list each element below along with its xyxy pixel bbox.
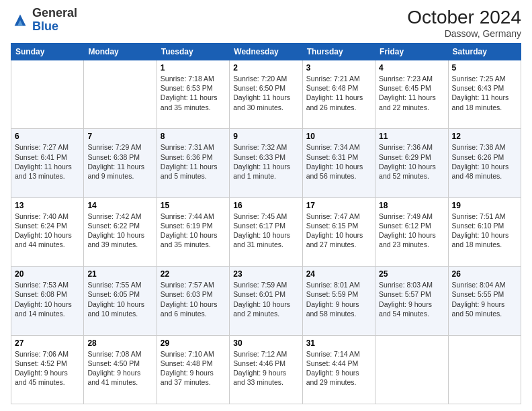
logo-icon	[11, 11, 30, 30]
day-number: 25	[379, 269, 444, 279]
day-number: 24	[306, 269, 371, 279]
day-number: 26	[452, 269, 517, 279]
day-info: Sunrise: 7:25 AMSunset: 6:43 PMDaylight:…	[452, 74, 517, 112]
calendar-cell: 6Sunrise: 7:27 AMSunset: 6:41 PMDaylight…	[11, 129, 84, 197]
day-header-wednesday: Wednesday	[230, 44, 302, 60]
day-info: Sunrise: 7:23 AMSunset: 6:45 PMDaylight:…	[379, 74, 444, 112]
day-number: 31	[306, 338, 371, 348]
calendar-cell	[11, 60, 84, 129]
calendar-cell: 30Sunrise: 7:12 AMSunset: 4:46 PMDayligh…	[230, 335, 302, 404]
day-info: Sunrise: 7:14 AMSunset: 4:44 PMDaylight:…	[306, 349, 371, 387]
day-info: Sunrise: 7:21 AMSunset: 6:48 PMDaylight:…	[306, 74, 371, 112]
logo-blue: Blue	[32, 19, 58, 33]
day-info: Sunrise: 7:20 AMSunset: 6:50 PMDaylight:…	[233, 74, 298, 112]
day-number: 16	[233, 201, 298, 210]
calendar: SundayMondayTuesdayWednesdayThursdayFrid…	[11, 43, 521, 404]
calendar-week-5: 27Sunrise: 7:06 AMSunset: 4:52 PMDayligh…	[11, 335, 521, 404]
day-number: 18	[379, 201, 444, 210]
day-number: 27	[15, 338, 80, 348]
calendar-cell: 24Sunrise: 8:01 AMSunset: 5:59 PMDayligh…	[302, 267, 375, 335]
day-info: Sunrise: 7:45 AMSunset: 6:17 PMDaylight:…	[233, 212, 298, 250]
calendar-cell: 20Sunrise: 7:53 AMSunset: 6:08 PMDayligh…	[11, 267, 84, 335]
day-header-tuesday: Tuesday	[157, 44, 229, 60]
calendar-week-3: 13Sunrise: 7:40 AMSunset: 6:24 PMDayligh…	[11, 197, 521, 266]
calendar-cell: 26Sunrise: 8:04 AMSunset: 5:55 PMDayligh…	[448, 267, 521, 335]
day-number: 13	[15, 201, 80, 210]
day-number: 14	[87, 201, 152, 210]
day-info: Sunrise: 7:55 AMSunset: 6:05 PMDaylight:…	[87, 280, 152, 318]
day-info: Sunrise: 7:08 AMSunset: 4:50 PMDaylight:…	[87, 349, 152, 387]
day-number: 19	[452, 201, 517, 210]
calendar-cell: 21Sunrise: 7:55 AMSunset: 6:05 PMDayligh…	[84, 267, 157, 335]
day-info: Sunrise: 7:59 AMSunset: 6:01 PMDaylight:…	[233, 280, 298, 318]
logo-general: General	[32, 6, 77, 19]
title-block: October 2024 Dassow, Germany	[407, 7, 521, 39]
calendar-week-4: 20Sunrise: 7:53 AMSunset: 6:08 PMDayligh…	[11, 267, 521, 335]
calendar-cell: 31Sunrise: 7:14 AMSunset: 4:44 PMDayligh…	[302, 335, 375, 404]
day-info: Sunrise: 7:31 AMSunset: 6:36 PMDaylight:…	[161, 142, 226, 181]
day-info: Sunrise: 7:18 AMSunset: 6:53 PMDaylight:…	[161, 74, 226, 112]
day-info: Sunrise: 8:03 AMSunset: 5:57 PMDaylight:…	[379, 280, 444, 318]
header: General Blue October 2024 Dassow, German…	[11, 7, 521, 39]
page: General Blue October 2024 Dassow, German…	[0, 0, 532, 411]
day-number: 7	[87, 132, 152, 141]
day-number: 3	[306, 63, 371, 73]
calendar-cell: 29Sunrise: 7:10 AMSunset: 4:48 PMDayligh…	[157, 335, 229, 404]
day-info: Sunrise: 7:57 AMSunset: 6:03 PMDaylight:…	[161, 280, 226, 318]
calendar-cell: 22Sunrise: 7:57 AMSunset: 6:03 PMDayligh…	[157, 267, 229, 335]
logo: General Blue	[11, 7, 77, 34]
calendar-cell: 16Sunrise: 7:45 AMSunset: 6:17 PMDayligh…	[230, 197, 302, 266]
day-number: 20	[15, 269, 80, 279]
day-info: Sunrise: 7:49 AMSunset: 6:12 PMDaylight:…	[379, 212, 444, 250]
day-number: 21	[87, 269, 152, 279]
day-info: Sunrise: 7:42 AMSunset: 6:22 PMDaylight:…	[87, 212, 152, 250]
logo-text: General Blue	[32, 7, 77, 34]
calendar-cell: 14Sunrise: 7:42 AMSunset: 6:22 PMDayligh…	[84, 197, 157, 266]
day-number: 9	[233, 132, 298, 141]
day-number: 15	[161, 201, 226, 210]
day-info: Sunrise: 7:51 AMSunset: 6:10 PMDaylight:…	[452, 212, 517, 250]
day-number: 1	[161, 63, 226, 73]
calendar-week-1: 1Sunrise: 7:18 AMSunset: 6:53 PMDaylight…	[11, 60, 521, 129]
calendar-cell: 8Sunrise: 7:31 AMSunset: 6:36 PMDaylight…	[157, 129, 229, 197]
day-number: 17	[306, 201, 371, 210]
day-number: 28	[87, 338, 152, 348]
day-header-saturday: Saturday	[448, 44, 521, 60]
day-number: 23	[233, 269, 298, 279]
day-number: 30	[233, 338, 298, 348]
day-info: Sunrise: 7:34 AMSunset: 6:31 PMDaylight:…	[306, 142, 371, 181]
calendar-cell	[84, 60, 157, 129]
calendar-cell: 18Sunrise: 7:49 AMSunset: 6:12 PMDayligh…	[375, 197, 448, 266]
day-header-friday: Friday	[375, 44, 448, 60]
day-info: Sunrise: 8:04 AMSunset: 5:55 PMDaylight:…	[452, 280, 517, 318]
day-number: 5	[452, 63, 517, 73]
day-number: 8	[161, 132, 226, 141]
calendar-cell: 10Sunrise: 7:34 AMSunset: 6:31 PMDayligh…	[302, 129, 375, 197]
calendar-cell: 28Sunrise: 7:08 AMSunset: 4:50 PMDayligh…	[84, 335, 157, 404]
calendar-cell: 13Sunrise: 7:40 AMSunset: 6:24 PMDayligh…	[11, 197, 84, 266]
month-title: October 2024	[407, 7, 521, 28]
day-header-monday: Monday	[84, 44, 157, 60]
day-info: Sunrise: 8:01 AMSunset: 5:59 PMDaylight:…	[306, 280, 371, 318]
location: Dassow, Germany	[407, 28, 521, 39]
day-info: Sunrise: 7:47 AMSunset: 6:15 PMDaylight:…	[306, 212, 371, 250]
day-info: Sunrise: 7:06 AMSunset: 4:52 PMDaylight:…	[15, 349, 80, 387]
calendar-cell: 4Sunrise: 7:23 AMSunset: 6:45 PMDaylight…	[375, 60, 448, 129]
calendar-cell: 11Sunrise: 7:36 AMSunset: 6:29 PMDayligh…	[375, 129, 448, 197]
day-number: 4	[379, 63, 444, 73]
day-number: 10	[306, 132, 371, 141]
day-info: Sunrise: 7:10 AMSunset: 4:48 PMDaylight:…	[161, 349, 226, 387]
day-header-thursday: Thursday	[302, 44, 375, 60]
day-info: Sunrise: 7:44 AMSunset: 6:19 PMDaylight:…	[161, 212, 226, 250]
calendar-cell: 5Sunrise: 7:25 AMSunset: 6:43 PMDaylight…	[448, 60, 521, 129]
calendar-cell: 25Sunrise: 8:03 AMSunset: 5:57 PMDayligh…	[375, 267, 448, 335]
calendar-cell: 27Sunrise: 7:06 AMSunset: 4:52 PMDayligh…	[11, 335, 84, 404]
day-info: Sunrise: 7:27 AMSunset: 6:41 PMDaylight:…	[15, 142, 80, 181]
calendar-cell	[448, 335, 521, 404]
day-number: 2	[233, 63, 298, 73]
day-number: 6	[15, 132, 80, 141]
calendar-cell: 23Sunrise: 7:59 AMSunset: 6:01 PMDayligh…	[230, 267, 302, 335]
day-number: 12	[452, 132, 517, 141]
calendar-cell: 3Sunrise: 7:21 AMSunset: 6:48 PMDaylight…	[302, 60, 375, 129]
day-header-sunday: Sunday	[11, 44, 84, 60]
